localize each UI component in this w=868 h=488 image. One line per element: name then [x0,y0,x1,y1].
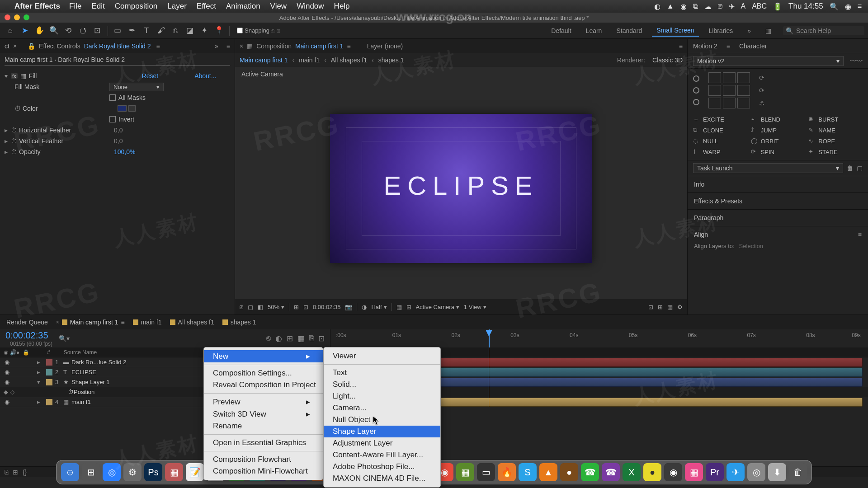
layer-color-swatch[interactable] [46,359,52,366]
keyboard-layout[interactable]: A [741,2,746,10]
composition-canvas[interactable]: ECLIPSE [330,114,592,263]
action-excite[interactable]: ＋EXCITE [693,116,747,123]
motion-tab[interactable]: Motion 2 [693,42,717,50]
ctx-item-switch-3d[interactable]: Switch 3D View▸ [204,408,323,420]
dock-launchpad-icon[interactable]: ⊞ [82,463,100,481]
align-layers-value[interactable]: Selection [739,243,763,249]
anchor-radio[interactable] [693,99,699,105]
snapping-checkbox[interactable] [237,28,243,33]
tab-main-comp[interactable]: ×Main camp first 1≡ [56,319,125,326]
visibility-toggle-icon[interactable]: ◉ [4,369,10,375]
menu-window[interactable]: Window [297,2,324,11]
tl-foot-icon[interactable]: {} [23,469,27,476]
tl-tool-icon[interactable]: ⎋ [266,334,271,343]
footer-icon[interactable]: ▦ [396,304,402,310]
twisty-icon[interactable]: ▸ [37,399,43,405]
ctx-item-preview[interactable]: Preview▸ [204,396,323,408]
dock-settings-icon[interactable]: ⚙︎ [123,463,142,481]
notification-center-icon[interactable]: ≡ [858,2,862,10]
ctx-item-flowchart[interactable]: Composition Flowchart [204,454,323,465]
visibility-toggle-icon[interactable]: ◉ [4,379,10,385]
action-name[interactable]: ✎NAME [808,127,863,134]
eyedropper-icon[interactable] [128,105,136,112]
menu-effect[interactable]: Effect [197,2,216,11]
dock-app-icon[interactable]: ▦ [456,463,474,481]
brush-tool-icon[interactable]: 🖌︎ [154,25,168,37]
dock-app-icon[interactable]: ● [643,463,661,481]
workspace-panel-icon[interactable]: ▥ [761,25,776,36]
workspace-standard[interactable]: Standard [612,25,646,36]
menu-file[interactable]: File [69,2,81,11]
workspace-small-screen[interactable]: Small Screen [652,25,698,37]
ctx-sub-photoshop[interactable]: Adobe Photoshop File... [324,461,440,473]
align-section[interactable]: Align [694,231,708,238]
abc-indicator[interactable]: ABC [752,2,767,10]
dock-app-icon[interactable]: ◉ [664,463,682,481]
footer-icon[interactable]: ⊡ [648,304,653,310]
ctx-sub-null[interactable]: Null Object [324,414,440,426]
eraser-tool-icon[interactable]: ◪ [183,25,197,37]
action-null[interactable]: ◌NULL [693,137,747,145]
views-dropdown[interactable]: 1 View ▾ [464,304,486,310]
dock-app-icon[interactable]: ● [560,463,578,481]
ctx-sub-light[interactable]: Light... [324,390,440,402]
tab-shapes1[interactable]: shapes 1 [222,319,256,326]
help-search[interactable]: 🔍 Search Help [783,26,864,35]
ctx-item-comp-settings[interactable]: Composition Settings... [204,367,323,379]
footer-icon[interactable]: ⊞ [406,304,411,310]
footer-icon[interactable]: ▢ [248,304,253,310]
rotate-tool-icon[interactable]: ⭯ [76,25,90,37]
panel-overflow-icon[interactable]: » [215,42,220,50]
snapshot-icon[interactable]: 📷 [345,304,352,310]
all-masks-checkbox[interactable] [109,94,116,101]
task-delete-icon[interactable]: 🗑 [847,164,853,172]
ctx-sub-camera[interactable]: Camera... [324,402,440,414]
ctx-item-essential[interactable]: Open in Essential Graphics [204,437,323,449]
app-name[interactable]: After Effects [14,2,60,11]
task-icon[interactable]: ▢ [857,164,863,172]
tl-tool-icon[interactable]: ⎘ [309,334,314,343]
action-burst[interactable]: ✺BURST [808,116,863,123]
chevron-left-icon[interactable]: ‹ [292,56,295,64]
anchor-link-icon[interactable]: ⟳ [759,74,765,81]
anchor-link-icon[interactable]: ⚓︎ [759,99,765,107]
visibility-toggle-icon[interactable]: ◉ [4,399,10,405]
ctx-item-rename[interactable]: Rename [204,420,323,432]
motion-preset-dropdown[interactable]: Motion v2▾ [693,56,844,66]
stopwatch-icon[interactable]: ⏱ [11,148,17,155]
roto-tool-icon[interactable]: ✦ [198,25,211,37]
panel-menu-icon[interactable]: ≡ [858,231,862,238]
text-tool-icon[interactable]: T [140,25,153,37]
layer-color-swatch[interactable] [46,369,52,375]
footer-timecode[interactable]: 0:00:02:35 [313,304,340,310]
twisty-icon[interactable]: ▸ [5,137,11,145]
panel-menu-icon[interactable]: ≡ [679,42,683,50]
ctx-item-mini-flowchart[interactable]: Composition Mini-Flowchart [204,465,323,477]
tl-tool-icon[interactable]: ◐ [275,334,282,343]
menubar-time[interactable]: Thu 14:55 [788,2,823,11]
traffic-lights[interactable] [5,14,29,20]
color-swatch[interactable] [118,105,127,112]
stopwatch-icon[interactable]: ⏱ [11,127,17,134]
chevron-left-icon[interactable]: ‹ [324,56,326,64]
footer-icon[interactable]: ▦ [667,304,673,310]
orbit-tool-icon[interactable]: ⟲ [61,25,75,37]
home-icon[interactable]: ⌂ [4,25,17,37]
action-clone[interactable]: ⧉CLONE [693,127,747,134]
camera-dropdown[interactable]: Active Camera ▾ [416,304,459,310]
comp-tab-prefix[interactable]: Composition [256,42,292,50]
breadcrumb-item[interactable]: main f1 [299,56,320,64]
ctx-sub-c4d[interactable]: MAXON CINEMA 4D File... [324,473,440,484]
menu-view[interactable]: View [270,2,287,11]
workspace-libraries[interactable]: Libraries [704,25,738,36]
anchor-link-icon[interactable]: ⟳ [759,87,765,94]
action-spin[interactable]: ⟳SPIN [751,148,805,155]
effect-controls-tab-link[interactable]: Dark Royal Blue Solid 2 [84,42,151,50]
channel-icon[interactable]: ◑ [362,304,367,310]
spotlight-icon[interactable]: 🔍 [830,2,839,11]
tl-tool-icon[interactable]: ⊞ [287,334,293,343]
playhead-line[interactable] [489,347,489,407]
dock-downloads-icon[interactable]: ⬇︎ [768,463,786,481]
close-tab-icon[interactable]: × [240,42,243,50]
layer-color-swatch[interactable] [46,399,52,405]
